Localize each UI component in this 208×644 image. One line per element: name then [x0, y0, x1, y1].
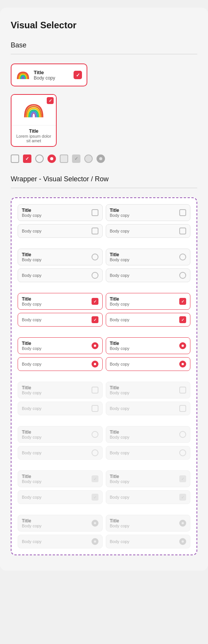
ri-checkbox-3[interactable] [92, 228, 98, 234]
ri-checkbox-2[interactable] [179, 209, 186, 216]
base-horizontal-title: Title [34, 70, 70, 75]
indicator-row [11, 154, 197, 163]
page-container: Visual Selector Base Title Body copy [0, 8, 208, 571]
row-item-checkbox-disabled-notitled-2: Body copy [106, 402, 191, 415]
row-item-checkbox-dis-checked-notitled-1: Body copy [18, 490, 103, 504]
separator-7 [18, 507, 190, 512]
row-item-radio-disabled-notitled-2: Body copy [106, 446, 191, 460]
ri-radio-checked-3[interactable] [92, 361, 98, 368]
ri-checkbox-dis-checked-3 [92, 494, 98, 501]
ri-checkbox-checked-2[interactable] [179, 298, 186, 305]
ri-checkbox-4[interactable] [179, 228, 186, 234]
ri-checkbox-checked-3[interactable] [92, 316, 98, 323]
ri-radio-checked-1[interactable] [92, 342, 98, 349]
separator-5 [18, 418, 190, 423]
rainbow-icon [16, 68, 30, 82]
row-item-radio-checked-titled-2[interactable]: Title Body copy [106, 337, 191, 354]
row-item-checkbox-disabled-notitled-1: Body copy [18, 402, 103, 415]
separator-6 [18, 463, 190, 467]
base-horizontal-check [74, 71, 82, 79]
row-grid: Title Body copy Title Body copy Body cop… [18, 204, 190, 548]
ind-radio-gray [84, 154, 93, 163]
separator-2 [18, 285, 190, 290]
separator-4 [18, 374, 190, 379]
ri-radio-dis-checked-1 [92, 520, 98, 527]
row-item-checkbox-disabled-titled-1: Title Body copy [18, 382, 103, 398]
ri-radio-checked-2[interactable] [179, 342, 186, 349]
ri-radio-checked-4[interactable] [179, 361, 186, 368]
ri-checkbox-disabled-1 [92, 387, 98, 394]
base-horizontal-body: Body copy [34, 75, 70, 81]
ind-checkbox-empty[interactable] [11, 154, 19, 163]
row-item-radio-default-titled-2[interactable]: Title Body copy [106, 249, 191, 265]
ri-radio-disabled-2 [179, 431, 186, 438]
row-item-radio-disabled-titled-1: Title Body copy [18, 426, 103, 443]
row-item-radio-default-titled-1[interactable]: Title Body copy [18, 249, 103, 265]
section-wrapper-title: Wrapper - Visual Selector / Row [11, 175, 197, 183]
row-item-radio-dis-checked-notitled-2: Body copy [106, 535, 191, 548]
ind-checkbox-checked[interactable] [23, 154, 31, 163]
row-item-radio-disabled-notitled-1: Body copy [18, 446, 103, 460]
row-item-radio-checked-notitled-1[interactable]: Body copy [18, 357, 103, 371]
ri-radio-disabled-1 [92, 431, 98, 438]
base-horizontal-item[interactable]: Title Body copy [11, 63, 87, 86]
ri-checkbox-disabled-2 [179, 387, 186, 394]
ri-checkbox-dis-checked-4 [179, 494, 186, 501]
wrapper-container: Title Body copy Title Body copy Body cop… [11, 197, 197, 555]
row-item-checkbox-disabled-titled-2: Title Body copy [106, 382, 191, 398]
row-item-checkbox-default-notitled-2[interactable]: Body copy [106, 224, 191, 238]
ri-checkbox-checked-1[interactable] [92, 298, 98, 305]
ri-radio-2[interactable] [179, 254, 186, 260]
card-corner-check [47, 97, 54, 104]
row-item-checkbox-default-titled-1[interactable]: Title Body copy [18, 204, 103, 221]
ri-radio-4[interactable] [179, 272, 186, 279]
row-item-checkbox-default-titled-2[interactable]: Title Body copy [106, 204, 191, 221]
base-vertical-card[interactable]: Title Lorem ipsum dolor sit amet [11, 94, 57, 147]
ri-checkbox-1[interactable] [92, 209, 98, 216]
ind-checkbox-gray [60, 154, 68, 163]
ri-checkbox-dis-checked-2 [179, 475, 186, 482]
section-base-title: Base [11, 41, 197, 49]
row-item-radio-dis-checked-titled-1: Title Body copy [18, 515, 103, 532]
base-horizontal-text: Title Body copy [34, 70, 70, 81]
row-item-checkbox-default-notitled-1[interactable]: Body copy [18, 224, 103, 238]
ri-radio-dis-checked-2 [179, 520, 186, 527]
page-title: Visual Selector [11, 20, 197, 31]
row-item-checkbox-checked-titled-2[interactable]: Title Body copy [106, 293, 191, 310]
row-item-checkbox-dis-checked-titled-2: Title Body copy [106, 470, 191, 487]
separator-3 [18, 330, 190, 334]
ri-radio-3[interactable] [92, 272, 98, 279]
ri-radio-dis-checked-4 [179, 538, 186, 545]
ind-checkbox-checked-gray [72, 154, 80, 163]
row-item-radio-default-notitled-2[interactable]: Body copy [106, 268, 191, 282]
separator-1 [18, 241, 190, 246]
row-item-radio-dis-checked-notitled-1: Body copy [18, 535, 103, 548]
ri-checkbox-disabled-4 [179, 405, 186, 412]
card-image-area [11, 95, 56, 125]
divider-wrapper [11, 188, 197, 188]
ind-radio-filled[interactable] [47, 154, 56, 163]
card-body-text: Title Lorem ipsum dolor sit amet [11, 125, 56, 146]
ind-radio-empty[interactable] [35, 154, 44, 163]
ind-radio-filled-gray [97, 154, 105, 163]
base-vertical-title: Title [15, 128, 52, 134]
ri-checkbox-dis-checked-1 [92, 475, 98, 482]
ri-radio-disabled-4 [179, 449, 186, 456]
ri-checkbox-disabled-3 [92, 405, 98, 412]
row-item-checkbox-checked-titled-1[interactable]: Title Body copy [18, 293, 103, 310]
divider-base [11, 54, 197, 54]
row-item-checkbox-checked-notitled-2[interactable]: Body copy [106, 313, 191, 327]
ri-radio-disabled-3 [92, 449, 98, 456]
row-item-radio-dis-checked-titled-2: Title Body copy [106, 515, 191, 532]
base-vertical-body: Lorem ipsum dolor sit amet [15, 134, 52, 143]
row-item-radio-checked-notitled-2[interactable]: Body copy [106, 357, 191, 371]
ri-checkbox-checked-4[interactable] [179, 316, 186, 323]
row-item-checkbox-checked-notitled-1[interactable]: Body copy [18, 313, 103, 327]
row-item-radio-disabled-titled-2: Title Body copy [106, 426, 191, 443]
row-item-radio-default-notitled-1[interactable]: Body copy [18, 268, 103, 282]
row-item-radio-checked-titled-1[interactable]: Title Body copy [18, 337, 103, 354]
row-item-checkbox-dis-checked-notitled-2: Body copy [106, 490, 191, 504]
ri-radio-1[interactable] [92, 254, 98, 260]
ri-radio-dis-checked-3 [92, 538, 98, 545]
row-item-checkbox-dis-checked-titled-1: Title Body copy [18, 470, 103, 487]
